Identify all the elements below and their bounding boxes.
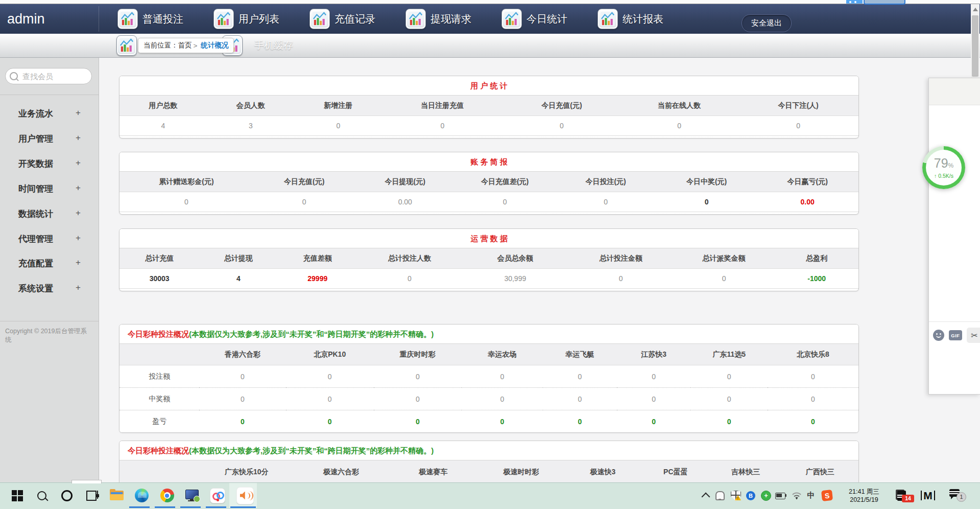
chat-panel-header: [929, 78, 980, 105]
table-cell: 0: [286, 388, 374, 410]
table-header-row: 广东快乐10分极速六合彩极速赛车极速时时彩极速快3PC蛋蛋吉林快三广西快三: [119, 460, 858, 484]
search-input[interactable]: [21, 72, 85, 81]
sidebar-item-5[interactable]: 数据统计+: [0, 208, 99, 221]
table-row: 盈亏00000000: [119, 410, 858, 433]
table-cell: 0: [690, 410, 767, 433]
table-header-cell: 今日充值差(元): [455, 172, 555, 192]
logout-button[interactable]: 安全退出: [742, 14, 792, 32]
sidebar-item-label: 充值配置: [18, 258, 53, 269]
nav-item-2[interactable]: 用户列表: [213, 4, 279, 34]
sidebar-item-label: 开奖数据: [18, 158, 53, 170]
nav-item-label: 普通投注: [142, 12, 183, 26]
tab-cache-1[interactable]: [116, 35, 137, 56]
nav-item-label: 充值记录: [334, 12, 375, 26]
table-header-cell: 极速赛车: [389, 460, 478, 484]
download-progress-widget[interactable]: 79% ↑ 0.5K/s: [922, 146, 965, 189]
sidebar-item-4[interactable]: 时间管理+: [0, 183, 99, 196]
expand-plus-icon: +: [76, 158, 81, 168]
sidebar-item-6[interactable]: 代理管理+: [0, 233, 99, 246]
sidebar-item-7[interactable]: 充值配置+: [0, 258, 99, 271]
table-header-cell: 重庆时时彩: [374, 344, 462, 365]
taskbar-edge-icon[interactable]: [131, 483, 152, 508]
table-cell: 0: [199, 388, 285, 410]
emoji-icon[interactable]: [933, 330, 944, 341]
table-cell: 0: [673, 269, 775, 289]
nav-item-5[interactable]: 今日统计: [501, 4, 567, 34]
chart-icon: [213, 9, 234, 29]
taskbar-clock[interactable]: 21:41 周三2021/5/19: [839, 483, 890, 508]
table-cell: 0.00: [756, 192, 858, 212]
tray-notification-bell-icon[interactable]: [713, 483, 727, 508]
tray-sogou-icon[interactable]: S: [819, 483, 834, 508]
tray-chevron-up-icon[interactable]: [699, 483, 713, 508]
table-cell: 盈亏: [119, 410, 199, 433]
scrollbar-up-arrow-icon[interactable]: [973, 8, 978, 11]
tray-m-app-icon[interactable]: M: [919, 483, 937, 508]
table-cell: 0: [462, 388, 543, 410]
table-header-cell: 充值差额: [278, 248, 357, 269]
table-bottom-pad: [119, 135, 858, 138]
expand-plus-icon: +: [76, 108, 81, 118]
nav-item-6[interactable]: 统计报表: [597, 4, 663, 34]
sidebar-item-label: 业务流水: [18, 108, 53, 120]
sidebar-item-8[interactable]: 系统设置+: [0, 283, 99, 296]
taskbar-start-icon[interactable]: [7, 483, 28, 508]
table-header-cell: 江苏快3: [617, 344, 691, 365]
user-stats-table: 用 户 统 计用户总数会员人数新增注册当日注册充值今日充值(元)当前在线人数今日…: [119, 76, 859, 138]
table-header-cell: 今日提现(元): [355, 172, 455, 192]
table-header-row: 香港六合彩北京PK10重庆时时彩幸运农场幸运飞艇江苏快3广东11选5北京快乐8: [119, 344, 858, 365]
tray-battery-icon[interactable]: [773, 483, 788, 508]
taskbar-search-icon[interactable]: [32, 483, 52, 508]
taskbar-remote-desktop-icon[interactable]: [182, 483, 202, 508]
table-bottom-pad: [119, 288, 858, 291]
table-header-cell: 广东11选5: [690, 344, 767, 365]
table-title-note: (本数据仅为大致参考,涉及到“未开奖”和“跨日期开奖”的彩种并不精确。): [189, 330, 434, 338]
table-header-cell: 幸运农场: [462, 344, 543, 365]
table-cell: -1000: [775, 269, 858, 289]
download-speed: ↑ 0.5K/s: [934, 173, 953, 179]
tray-document-notifications-icon[interactable]: 14: [894, 483, 911, 508]
tray-antivirus-icon[interactable]: +: [759, 483, 773, 508]
sidebar-item-1[interactable]: 业务流水+: [0, 108, 99, 121]
taskbar-task-view-icon[interactable]: [81, 483, 102, 508]
browser-popup-fragment-button[interactable]: [864, 0, 905, 5]
clock-time: 21:41 周三: [849, 488, 879, 496]
sidebar-item-label: 代理管理: [18, 233, 53, 245]
table-cell: 0: [543, 410, 617, 433]
table-cell: 0: [374, 388, 462, 410]
taskbar-chrome-icon[interactable]: [157, 483, 177, 508]
breadcrumb-home[interactable]: 首页: [178, 41, 192, 50]
tray-ime-indicator[interactable]: 中: [804, 483, 818, 508]
table-header-cell: 极速快3: [564, 460, 641, 484]
sidebar-item-2[interactable]: 用户管理+: [0, 133, 99, 146]
tray-security-shield-icon[interactable]: [728, 483, 744, 508]
table-cell: 30,999: [462, 269, 569, 289]
scrollbar[interactable]: [971, 4, 979, 79]
tab-cache-2-label[interactable]: 手机缓存: [254, 34, 293, 57]
scrollbar-thumb[interactable]: [972, 15, 978, 77]
table-header-row: 总计充值总计提现充值差额总计投注人数会员总余额总计投注金额总计派奖金额总盈利: [119, 248, 858, 269]
table-header-cell: 新增注册: [295, 96, 382, 116]
nav-item-1[interactable]: 普通投注: [117, 4, 183, 34]
tray-chat-notification-icon[interactable]: 1: [948, 483, 968, 508]
table-header-cell: 极速时时彩: [478, 460, 564, 484]
screenshot-scissors-icon[interactable]: ✂: [967, 328, 980, 343]
taskbar-media-app-icon[interactable]: [207, 483, 228, 508]
gif-icon[interactable]: GIF: [949, 330, 962, 340]
table-header-cell: 会员人数: [207, 96, 295, 116]
chart-icon: [597, 9, 618, 29]
nav-item-4[interactable]: 提现请求: [405, 4, 471, 34]
taskbar-cortana-icon[interactable]: [57, 483, 77, 508]
member-search-box[interactable]: [5, 68, 92, 84]
tray-wifi-icon[interactable]: [790, 483, 804, 508]
browser-popup-fragment-icon[interactable]: [846, 0, 863, 4]
sidebar-item-3[interactable]: 开奖数据+: [0, 158, 99, 171]
clock-date: 2021/5/19: [850, 496, 878, 504]
taskbar-file-explorer-icon[interactable]: [106, 483, 127, 508]
sidebar: 业务流水+用户管理+开奖数据+时间管理+数据统计+代理管理+充值配置+系统设置+…: [0, 57, 99, 482]
tray-bluetooth-icon[interactable]: B: [744, 483, 758, 508]
table-cell: 0: [374, 365, 462, 388]
taskbar-volume-app-icon[interactable]: [235, 483, 255, 508]
nav-item-3[interactable]: 充值记录: [309, 4, 375, 34]
table-header-cell: 极速六合彩: [294, 460, 388, 484]
